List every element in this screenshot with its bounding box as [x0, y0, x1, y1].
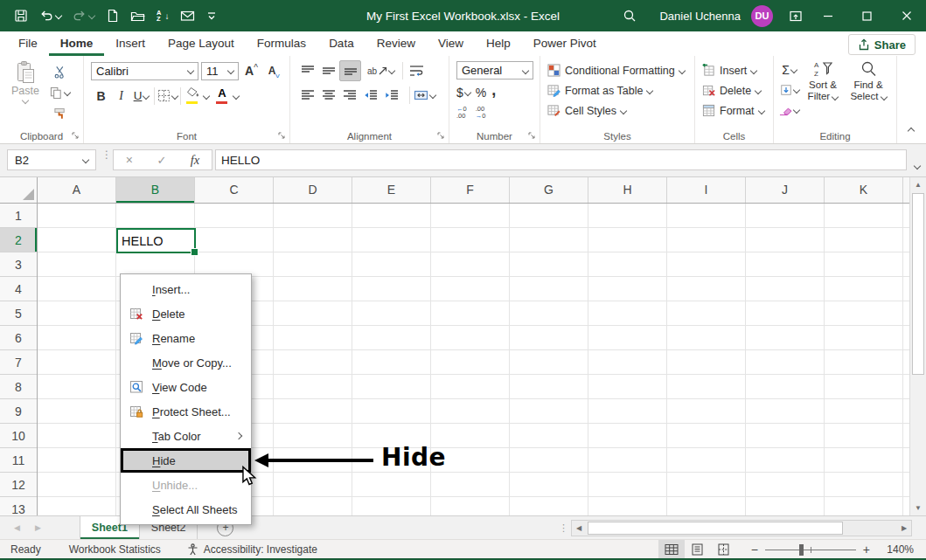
insert-function-icon[interactable]: fx	[191, 153, 199, 168]
menu-item-delete[interactable]: Delete	[121, 301, 251, 326]
italic-button[interactable]: I	[111, 86, 131, 106]
clipboard-dialog-launcher[interactable]	[72, 132, 80, 140]
menu-item-select-all-sheets[interactable]: Select All Sheets	[121, 497, 251, 522]
page-layout-view-button[interactable]	[685, 540, 711, 558]
undo-button[interactable]	[39, 10, 61, 22]
insert-cells-button[interactable]: Insert	[702, 61, 773, 80]
undo-dropdown-icon[interactable]	[55, 12, 62, 19]
cut-button[interactable]	[49, 62, 70, 81]
next-sheet-icon[interactable]: ▶	[35, 523, 41, 532]
alignment-dialog-launcher[interactable]	[437, 132, 445, 140]
font-color-button[interactable]: A	[212, 86, 232, 106]
comma-style-button[interactable]: ,	[491, 83, 496, 102]
column-header-d[interactable]: D	[274, 177, 352, 203]
column-header-partial[interactable]	[903, 177, 909, 203]
share-button[interactable]: Share	[848, 34, 916, 55]
sort-ascending-button[interactable]: AZ↓	[157, 10, 169, 22]
fill-color-button[interactable]	[184, 86, 203, 106]
tab-formulas[interactable]: Formulas	[246, 31, 317, 56]
new-file-button[interactable]	[106, 9, 119, 23]
account-name[interactable]: Daniel Uchenna	[659, 10, 741, 23]
clear-button[interactable]	[779, 100, 799, 120]
increase-indent-button[interactable]	[381, 86, 401, 105]
decrease-decimal-button[interactable]: .00→0	[476, 106, 486, 120]
normal-view-button[interactable]	[658, 540, 685, 558]
tab-view[interactable]: View	[427, 31, 475, 56]
cell-styles-button[interactable]: Cell Styles	[547, 101, 694, 120]
row-header-4[interactable]: 4	[0, 277, 37, 301]
customize-quick-access-button[interactable]	[206, 11, 217, 20]
menu-item-hide[interactable]: Hide	[121, 448, 251, 473]
number-format-combo[interactable]: General	[456, 61, 533, 80]
copy-button[interactable]	[49, 83, 70, 102]
row-header-8[interactable]: 8	[0, 375, 37, 399]
cancel-icon[interactable]: ×	[126, 153, 133, 167]
font-name-combo[interactable]: Calibri	[91, 62, 198, 80]
accounting-format-button[interactable]: $	[456, 83, 470, 102]
decrease-font-size-button[interactable]: A^	[264, 61, 284, 80]
format-painter-button[interactable]	[49, 104, 70, 123]
menu-item-rename[interactable]: Rename	[121, 326, 251, 350]
tab-file[interactable]: File	[7, 31, 49, 56]
paste-button[interactable]: Paste	[7, 60, 44, 123]
column-header-e[interactable]: E	[352, 177, 431, 203]
scroll-up-icon[interactable]: ▲	[910, 177, 926, 192]
scroll-right-icon[interactable]: ▶	[897, 521, 911, 536]
format-cells-button[interactable]: Format	[702, 101, 773, 120]
align-left-button[interactable]	[297, 86, 317, 105]
row-header-7[interactable]: 7	[0, 350, 37, 375]
zoom-level[interactable]: 140%	[879, 543, 914, 556]
enter-icon[interactable]: ✓	[157, 154, 166, 167]
tab-home[interactable]: Home	[49, 31, 105, 56]
font-dialog-launcher[interactable]	[278, 132, 286, 140]
column-header-h[interactable]: H	[588, 177, 667, 203]
formula-bar-splitter[interactable]: ⋮	[101, 152, 108, 157]
tab-page-layout[interactable]: Page Layout	[157, 31, 246, 56]
name-box[interactable]: B2	[7, 149, 96, 170]
column-header-i[interactable]: I	[667, 177, 746, 203]
row-header-12[interactable]: 12	[0, 473, 37, 497]
active-cell[interactable]: HELLO	[116, 228, 196, 253]
scroll-left-icon[interactable]: ◀	[572, 521, 586, 536]
column-header-c[interactable]: C	[195, 177, 274, 203]
maximize-button[interactable]	[847, 0, 887, 31]
email-button[interactable]	[180, 10, 195, 22]
accessibility-checker[interactable]: Accessibility: Investigate	[187, 543, 317, 556]
font-size-combo[interactable]: 11	[201, 62, 239, 80]
row-header-11[interactable]: 11	[0, 448, 37, 473]
column-header-k[interactable]: K	[825, 177, 903, 203]
ribbon-display-options-button[interactable]	[789, 10, 803, 23]
autosum-button[interactable]: Σ	[779, 60, 799, 80]
row-header-13[interactable]: 13	[0, 497, 37, 515]
column-header-g[interactable]: G	[510, 177, 588, 203]
format-as-table-button[interactable]: Format as Table	[547, 81, 694, 100]
zoom-slider[interactable]	[765, 543, 856, 556]
vertical-scroll-thumb[interactable]	[912, 193, 924, 375]
open-file-button[interactable]	[130, 10, 145, 23]
orientation-button[interactable]: ab	[367, 61, 394, 80]
conditional-formatting-button[interactable]: Conditional Formatting	[547, 61, 694, 80]
formula-input[interactable]: HELLO	[215, 149, 907, 170]
row-header-5[interactable]: 5	[0, 301, 37, 326]
underline-button[interactable]: U	[131, 86, 151, 106]
number-dialog-launcher[interactable]	[528, 132, 536, 140]
top-align-button[interactable]	[297, 61, 317, 80]
wrap-text-button[interactable]	[407, 61, 427, 80]
middle-align-button[interactable]	[318, 61, 338, 80]
zoom-slider-handle[interactable]	[799, 544, 804, 556]
expand-formula-bar-icon[interactable]	[915, 156, 920, 172]
tab-insert[interactable]: Insert	[104, 31, 157, 56]
close-button[interactable]	[887, 0, 926, 31]
delete-cells-button[interactable]: Delete	[702, 81, 773, 100]
horizontal-scroll-thumb[interactable]	[588, 522, 843, 535]
percent-style-button[interactable]: %	[476, 83, 486, 102]
decrease-indent-button[interactable]	[360, 86, 380, 105]
tab-help[interactable]: Help	[475, 31, 522, 56]
search-button[interactable]	[623, 9, 637, 23]
menu-item-move-or-copy[interactable]: Move or Copy...	[121, 350, 251, 375]
tab-data[interactable]: Data	[317, 31, 366, 56]
column-header-a[interactable]: A	[38, 177, 116, 203]
row-header-9[interactable]: 9	[0, 399, 37, 424]
merge-center-button[interactable]	[414, 86, 435, 105]
tab-bar-splitter[interactable]: ⋮	[559, 526, 567, 530]
